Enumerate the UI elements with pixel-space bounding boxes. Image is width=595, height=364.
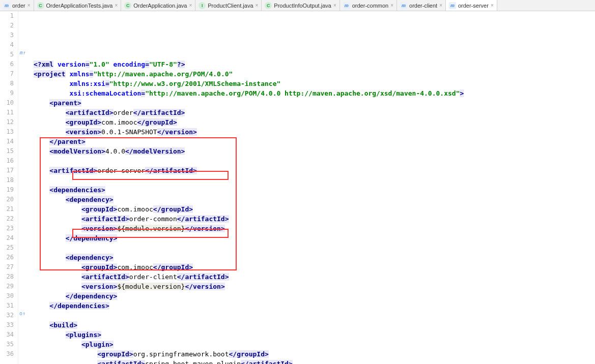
tab-bar: morder× COrderApplicationTests.java× COr…: [0, 0, 595, 11]
close-icon[interactable]: ×: [256, 3, 259, 8]
tab-label: order-server: [458, 3, 489, 9]
tab-label: ProductInfoOutput.java: [274, 3, 331, 9]
editor: 1234567891011121314151617181920212223242…: [0, 11, 595, 364]
tab-order-client[interactable]: morder-client×: [397, 0, 446, 11]
override-mark-icon: o↑: [19, 311, 25, 316]
tab-label: OrderApplicationTests.java: [46, 3, 113, 9]
tab-product-client[interactable]: IProductClient.java×: [195, 0, 262, 11]
marks-column: m↑ o↑: [18, 11, 32, 364]
close-icon[interactable]: ×: [27, 3, 31, 8]
tab-order-server[interactable]: morder-server×: [446, 0, 497, 11]
close-icon[interactable]: ×: [439, 3, 442, 8]
maven-mark-icon: m↑: [19, 50, 25, 55]
close-icon[interactable]: ×: [189, 3, 192, 8]
tab-product-info[interactable]: CProductInfoOutput.java×: [262, 0, 339, 11]
tab-label: order-client: [409, 3, 437, 9]
tab-order-common[interactable]: morder-common×: [340, 0, 397, 11]
tab-order-app-tests[interactable]: COrderApplicationTests.java×: [34, 0, 122, 11]
close-icon[interactable]: ×: [390, 3, 393, 8]
tab-order[interactable]: morder×: [0, 0, 34, 11]
close-icon[interactable]: ×: [491, 3, 494, 8]
line-gutter: 1234567891011121314151617181920212223242…: [0, 11, 18, 364]
close-icon[interactable]: ×: [115, 3, 118, 8]
tab-label: ProductClient.java: [208, 3, 253, 9]
close-icon[interactable]: ×: [333, 3, 336, 8]
tab-label: OrderApplication.java: [133, 3, 187, 9]
tab-label: order: [12, 3, 25, 9]
tab-order-app[interactable]: COrderApplication.java×: [121, 0, 195, 11]
tab-label: order-common: [352, 3, 389, 9]
code-area[interactable]: <?xml version="1.0" encoding="UTF-8"?><p…: [32, 11, 595, 364]
